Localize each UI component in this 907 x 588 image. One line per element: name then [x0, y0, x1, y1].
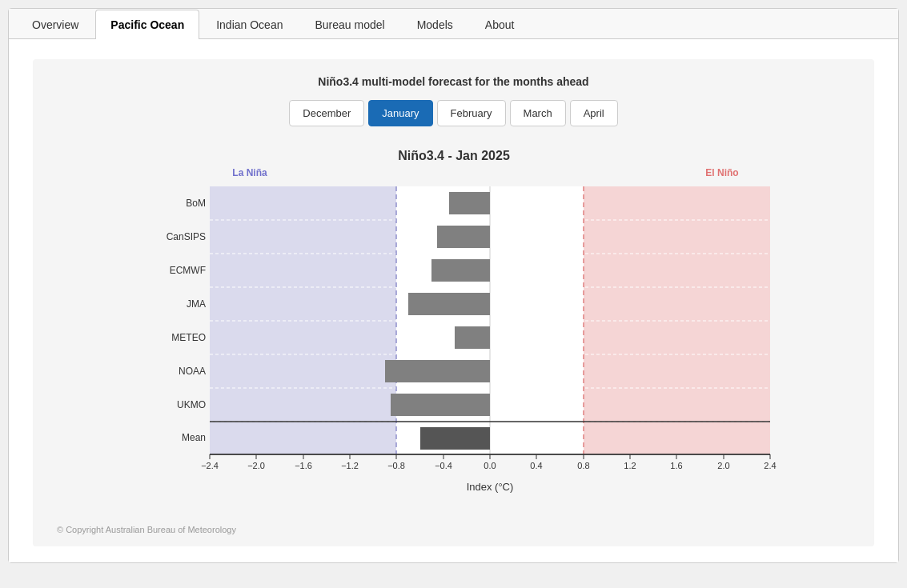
chart-section: Niño3.4 multi-model forecast for the mon…	[33, 59, 874, 546]
tab-indian-ocean[interactable]: Indian Ocean	[201, 10, 298, 39]
x-axis-title: Index (°C)	[466, 481, 513, 493]
bar-jma	[408, 293, 490, 315]
tab-bar: Overview Pacific Ocean Indian Ocean Bure…	[9, 9, 898, 39]
month-btn-april[interactable]: April	[570, 100, 618, 126]
xtick-neg20: −2.0	[247, 461, 265, 470]
month-btn-january[interactable]: January	[368, 100, 432, 126]
ylabel-jma: JMA	[187, 298, 206, 310]
ylabel-cansips: CanSIPS	[166, 231, 205, 242]
xtick-12: 1.2	[624, 461, 636, 470]
bar-cansips	[437, 226, 490, 248]
tab-pacific-ocean[interactable]: Pacific Ocean	[95, 10, 199, 39]
page-container: Overview Pacific Ocean Indian Ocean Bure…	[8, 8, 899, 563]
xtick-04: 0.4	[530, 461, 542, 470]
tab-overview[interactable]: Overview	[17, 10, 94, 39]
bar-noaa	[385, 360, 490, 382]
ylabel-ecmwf: ECMWF	[169, 265, 205, 276]
chart-title: Niño3.4 multi-model forecast for the mon…	[49, 75, 858, 88]
tab-bureau-model[interactable]: Bureau model	[299, 10, 399, 39]
month-btn-december[interactable]: December	[289, 100, 364, 126]
bar-ukmo	[391, 394, 490, 416]
ylabel-ukmo: UKMO	[177, 399, 206, 410]
tab-models[interactable]: Models	[402, 10, 468, 39]
xtick-16: 1.6	[670, 461, 682, 470]
el-nino-label: El Niño	[705, 167, 738, 178]
xtick-08: 0.8	[577, 461, 589, 470]
chart-svg-container: Niño3.4 - Jan 2025 La Niña El Niño	[49, 142, 858, 518]
xtick-neg12: −1.2	[341, 461, 359, 470]
xtick-neg24: −2.4	[201, 461, 219, 470]
month-buttons: December January February March April	[49, 100, 858, 126]
bar-meteo	[455, 326, 490, 349]
copyright-text: © Copyright Australian Bureau of Meteoro…	[49, 525, 858, 534]
chart-subtitle-text: Niño3.4 - Jan 2025	[398, 149, 510, 162]
bar-mean	[420, 427, 490, 450]
bar-ecmwf	[431, 259, 490, 282]
xtick-neg08: −0.8	[387, 461, 405, 470]
xtick-neg16: −1.6	[295, 461, 312, 470]
xtick-24: 2.4	[764, 461, 776, 470]
ylabel-bom: BoM	[186, 198, 206, 209]
content-area: Niño3.4 multi-model forecast for the mon…	[9, 39, 898, 562]
month-btn-february[interactable]: February	[437, 100, 506, 126]
xtick-neg04: −0.4	[435, 461, 452, 470]
ylabel-meteo: METEO	[171, 332, 206, 343]
ylabel-mean: Mean	[181, 432, 205, 443]
ylabel-noaa: NOAA	[178, 366, 205, 377]
bar-bom	[449, 192, 490, 214]
main-chart-svg: Niño3.4 - Jan 2025 La Niña El Niño	[114, 142, 794, 518]
xtick-0: 0.0	[484, 461, 496, 470]
tab-about[interactable]: About	[470, 10, 530, 39]
month-btn-march[interactable]: March	[510, 100, 566, 126]
la-nina-label: La Niña	[232, 167, 267, 178]
xtick-20: 2.0	[717, 461, 729, 470]
